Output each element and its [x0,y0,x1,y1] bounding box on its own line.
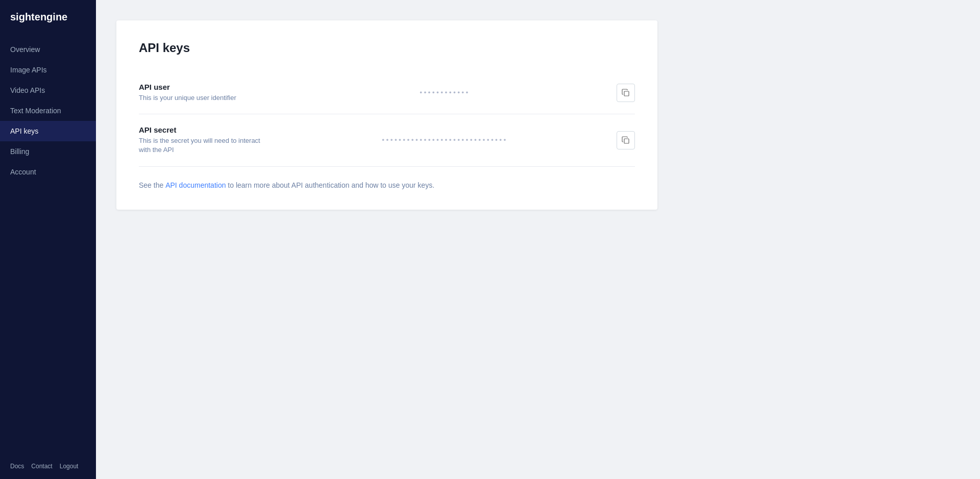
api-user-label-group: API user This is your unique user identi… [139,83,272,103]
sidebar-item-account[interactable]: Account [0,162,96,182]
api-user-description: This is your unique user identifier [139,93,261,103]
api-secret-row: API secret This is the secret you will n… [139,114,635,166]
brand-name: sightengine [10,11,67,23]
copy-icon [622,89,630,97]
api-secret-label: API secret [139,125,272,134]
api-user-row: API user This is your unique user identi… [139,71,635,114]
sidebar-footer: Docs Contact Logout [0,453,96,479]
sidebar-item-video-apis[interactable]: Video APIs [0,80,96,100]
copy-api-user-button[interactable] [617,84,635,102]
copy-api-secret-button[interactable] [617,131,635,149]
main-content: API keys API user This is your unique us… [96,0,980,479]
svg-rect-0 [624,91,629,96]
api-user-value: •••••••••••• [272,89,617,96]
nav-menu: Overview Image APIs Video APIs Text Mode… [0,39,96,453]
contact-link[interactable]: Contact [31,463,52,470]
sidebar-item-overview[interactable]: Overview [0,39,96,60]
api-user-label: API user [139,83,272,91]
api-keys-card: API keys API user This is your unique us… [116,20,657,210]
sidebar: sightengine Overview Image APIs Video AP… [0,0,96,479]
api-secret-label-group: API secret This is the secret you will n… [139,125,272,155]
copy-icon [622,136,630,144]
api-secret-description: This is the secret you will need to inte… [139,136,261,155]
card-title: API keys [139,41,635,55]
sidebar-item-api-keys[interactable]: API keys [0,121,96,141]
footer-note: See the API documentation to learn more … [139,181,635,189]
docs-link[interactable]: Docs [10,463,24,470]
api-secret-value: •••••••••••••••••••••••••••••• [272,136,617,144]
footer-note-suffix: to learn more about API authentication a… [226,181,434,189]
logout-link[interactable]: Logout [60,463,79,470]
footer-note-prefix: See the [139,181,165,189]
sidebar-item-text-moderation[interactable]: Text Moderation [0,100,96,121]
sidebar-item-billing[interactable]: Billing [0,141,96,162]
svg-rect-1 [624,139,629,143]
sidebar-item-image-apis[interactable]: Image APIs [0,60,96,80]
api-documentation-link[interactable]: API documentation [165,181,226,189]
logo: sightengine [0,0,96,34]
